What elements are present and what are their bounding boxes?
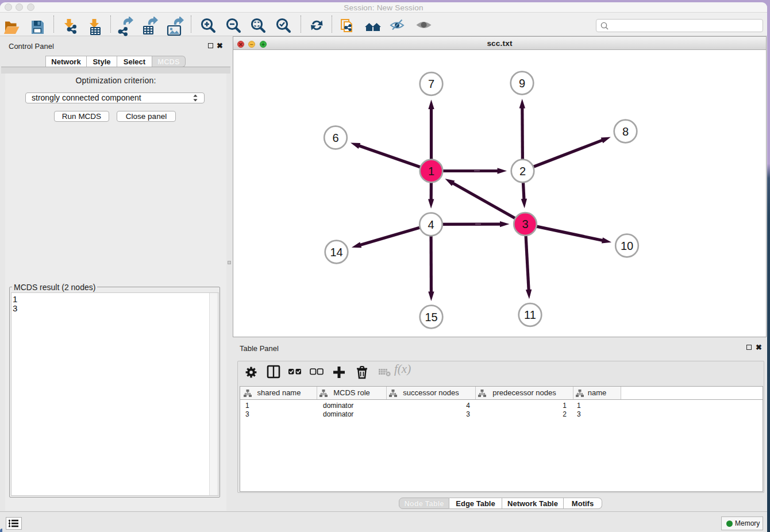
svg-text:8: 8 xyxy=(622,125,629,138)
svg-text:1: 1 xyxy=(428,165,434,178)
svg-text:2: 2 xyxy=(519,165,526,178)
svg-text:9: 9 xyxy=(519,77,525,90)
svg-text:14: 14 xyxy=(330,246,342,259)
svg-text:7: 7 xyxy=(428,78,434,90)
svg-text:10: 10 xyxy=(621,240,633,252)
svg-text:15: 15 xyxy=(425,311,437,323)
svg-text:11: 11 xyxy=(524,309,536,321)
svg-text:6: 6 xyxy=(332,132,338,144)
svg-text:3: 3 xyxy=(522,218,528,230)
svg-text:4: 4 xyxy=(428,218,434,231)
